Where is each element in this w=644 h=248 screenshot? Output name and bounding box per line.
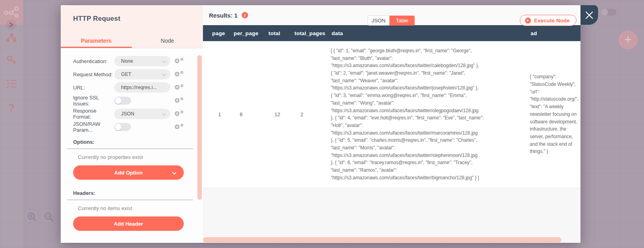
url-input[interactable] — [114, 82, 170, 93]
results-header: Results: 1 i JSON Table ▶ Execute Node — [203, 5, 580, 25]
node-detail-modal: HTTP Request Parameters Node Authenticat… — [61, 5, 580, 243]
sitemap-icon — [6, 34, 17, 42]
toggle-knob — [115, 124, 121, 130]
results-table: page per_page total total_pages data ad … — [203, 25, 580, 188]
gear-icon[interactable]: ⚙⚙ — [174, 97, 184, 104]
column-header-data: data — [322, 25, 521, 41]
plus-icon: + — [624, 33, 632, 46]
cell-total-pages: 2 — [285, 41, 322, 188]
node-title: HTTP Request — [73, 15, 203, 23]
left-sidebar: ? — [0, 0, 23, 248]
key-icon — [6, 55, 17, 65]
sidebar-item-workflows[interactable] — [0, 34, 23, 42]
chevron-right-icon — [9, 22, 13, 27]
column-header-total: total — [259, 25, 285, 41]
field-label: Ignore SSL Issues: — [73, 95, 114, 107]
canvas-zoom-controls — [27, 212, 54, 222]
gear-icon[interactable]: ⚙⚙ — [174, 71, 184, 77]
field-response-format: Response Format: JSON ⚙⚙ — [73, 109, 184, 119]
request-method-select[interactable]: GET — [114, 69, 170, 79]
field-ignore-ssl: Ignore SSL Issues: ⚙⚙ — [73, 95, 184, 106]
close-icon — [585, 11, 594, 20]
zoom-in-icon[interactable] — [27, 212, 38, 222]
add-option-button[interactable]: Add Option — [73, 165, 184, 180]
cell-ad-json: { "company": "StatusCode Weekly", "url":… — [521, 41, 580, 188]
gear-icon[interactable]: ⚙⚙ — [174, 58, 184, 64]
nodes-logo-icon — [4, 6, 20, 19]
column-header-total-pages: total_pages — [285, 25, 322, 41]
table-row: 1 6 12 2 [ { "id": 1, "email": "george.b… — [203, 41, 580, 188]
field-json-raw-params: JSON/RAW Param... ⚙⚙ — [73, 122, 184, 132]
headers-empty-text: Currently no items exist — [78, 205, 184, 211]
view-table-button[interactable]: Table — [390, 16, 415, 26]
field-label: Authentication: — [73, 58, 114, 64]
field-label: Request Method: — [73, 71, 114, 77]
options-heading: Options: — [73, 139, 184, 145]
field-label: JSON/RAW Param... — [73, 121, 114, 133]
sidebar-item-executions[interactable] — [0, 79, 23, 89]
headers-section: Headers: Currently no items exist Add He… — [73, 190, 184, 231]
parameters-body: Authentication: None ⚙⚙ Request Method: … — [61, 48, 203, 243]
column-header-per-page: per_page — [225, 25, 259, 41]
panel-tabs: Parameters Node — [61, 33, 203, 48]
chevron-down-icon — [172, 171, 176, 175]
results-panel: Results: 1 i JSON Table ▶ Execute Node p… — [203, 5, 580, 243]
execute-node-button[interactable]: ▶ Execute Node — [520, 15, 576, 26]
close-modal-button[interactable] — [580, 5, 598, 25]
panel-header: HTTP Request Parameters Node — [61, 5, 203, 48]
cell-total: 12 — [259, 41, 285, 188]
headers-heading: Headers: — [73, 190, 184, 196]
options-section: Options: Currently no properties exist A… — [73, 139, 184, 180]
checklist-icon — [6, 79, 17, 89]
response-format-select[interactable]: JSON — [114, 109, 170, 119]
column-header-ad: ad — [521, 25, 580, 41]
sidebar-item-credentials[interactable] — [0, 55, 23, 65]
cell-data-json: [ { "id": 1, "email": "george.bluth@reqr… — [322, 41, 521, 188]
vertical-scrollbar[interactable] — [197, 55, 202, 200]
toggle-knob — [115, 97, 121, 104]
sidebar-collapse-button[interactable] — [6, 20, 16, 30]
column-header-page: page — [203, 25, 225, 41]
tab-parameters[interactable]: Parameters — [61, 33, 132, 48]
divider — [67, 149, 193, 149]
gear-icon[interactable]: ⚙⚙ — [174, 111, 184, 117]
field-label: Response Format: — [73, 108, 114, 120]
chevron-down-icon — [162, 72, 166, 76]
chevron-down-icon — [162, 59, 166, 63]
gear-icon[interactable]: ⚙⚙ — [174, 124, 184, 130]
view-json-button[interactable]: JSON — [368, 16, 390, 26]
options-empty-text: Currently no properties exist — [78, 154, 184, 160]
add-header-button[interactable]: Add Header — [73, 216, 184, 231]
tab-node[interactable]: Node — [132, 33, 203, 48]
authentication-select[interactable]: None — [114, 56, 170, 66]
divider — [67, 200, 193, 200]
field-label: URL: — [73, 85, 114, 91]
chevron-down-icon — [162, 112, 166, 115]
n8n-canvas: ? + HTTP Request Parameters Node Authen — [0, 0, 644, 248]
sidebar-item-help[interactable]: ? — [0, 102, 23, 114]
toggle-knob — [601, 9, 608, 16]
results-count-label: Results: 1 — [209, 12, 238, 19]
table-header-row: page per_page total total_pages data ad — [203, 25, 580, 41]
add-node-button[interactable]: + — [618, 30, 638, 50]
horizontal-scrollbar[interactable] — [203, 237, 561, 242]
json-raw-toggle[interactable] — [114, 123, 131, 131]
info-icon[interactable]: i — [242, 12, 248, 18]
zoom-out-icon[interactable] — [44, 212, 54, 222]
question-icon: ? — [8, 102, 14, 114]
cell-page: 1 — [203, 41, 225, 188]
cell-per-page: 6 — [225, 41, 259, 188]
workflow-active-toggle[interactable] — [601, 9, 616, 16]
view-toggle: JSON Table — [368, 16, 415, 26]
field-request-method: Request Method: GET ⚙⚙ — [73, 69, 184, 79]
gear-icon[interactable]: ⚙⚙ — [174, 84, 184, 91]
play-icon: ▶ — [525, 18, 531, 24]
parameters-panel: HTTP Request Parameters Node Authenticat… — [61, 5, 203, 243]
results-footer-area — [203, 188, 580, 243]
field-authentication: Authentication: None ⚙⚙ — [73, 56, 184, 66]
ignore-ssl-toggle[interactable] — [114, 97, 131, 105]
field-url: URL: ⚙⚙ — [73, 82, 184, 93]
